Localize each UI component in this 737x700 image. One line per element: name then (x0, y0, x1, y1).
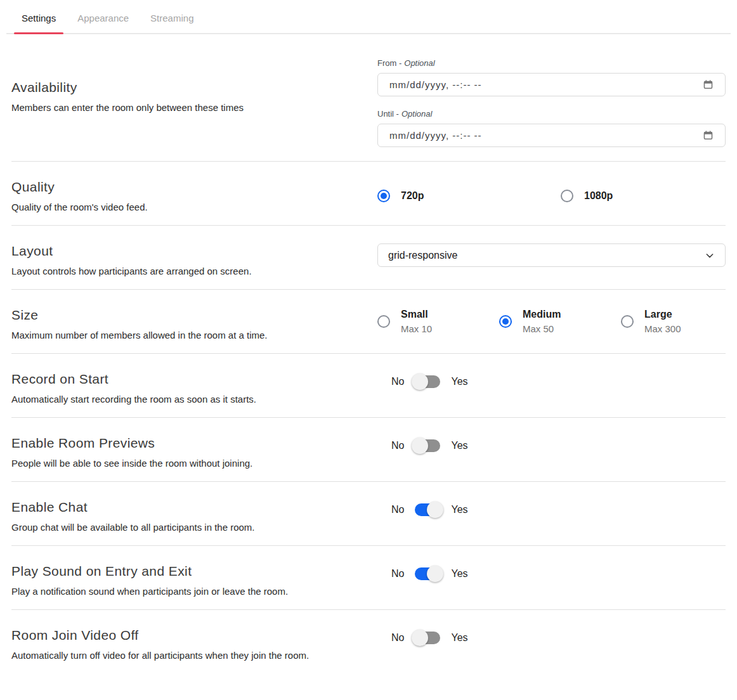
enable-chat-description: Group chat will be available to all part… (11, 522, 362, 533)
quality-1080p-label: 1080p (584, 190, 613, 202)
size-option-medium[interactable]: Medium Max 50 (499, 309, 621, 334)
quality-option-1080p[interactable]: 1080p (561, 190, 737, 202)
record-on-start-description: Automatically start recording the room a… (11, 394, 362, 405)
quality-title: Quality (11, 179, 362, 195)
radio-small[interactable] (377, 315, 390, 328)
section-availability: Availability Members can enter the room … (11, 34, 726, 161)
from-field-label: From -Optional (377, 58, 726, 68)
toggle-yes-label: Yes (451, 440, 467, 451)
play-sound-toggle[interactable] (415, 567, 440, 580)
from-datetime-input[interactable]: mm/dd/yyyy, --:-- -- (377, 73, 726, 96)
size-medium-sublabel: Max 50 (523, 323, 561, 334)
quality-description: Quality of the room's video feed. (11, 202, 362, 212)
layout-select[interactable]: grid-responsive (377, 243, 726, 267)
section-quality: Quality Quality of the room's video feed… (11, 161, 726, 225)
availability-description: Members can enter the room only between … (11, 102, 362, 113)
section-room-join-video-off: Room Join Video Off Automatically turn o… (11, 609, 726, 673)
size-large-sublabel: Max 300 (644, 323, 681, 334)
play-sound-title: Play Sound on Entry and Exit (11, 564, 362, 579)
enable-chat-title: Enable Chat (11, 500, 362, 515)
size-option-large[interactable]: Large Max 300 (621, 309, 737, 334)
size-option-small[interactable]: Small Max 10 (377, 309, 499, 334)
enable-room-previews-title: Enable Room Previews (11, 436, 362, 451)
radio-large[interactable] (621, 315, 634, 328)
toggle-yes-label: Yes (451, 376, 467, 387)
radio-720p[interactable] (377, 190, 390, 202)
size-medium-label: Medium (523, 309, 561, 320)
chevron-down-icon (705, 250, 715, 261)
settings-tabbar: Settings Appearance Streaming (6, 0, 731, 34)
from-optional-label: Optional (404, 58, 434, 68)
quality-720p-label: 720p (401, 190, 424, 202)
toggle-knob (412, 373, 428, 390)
from-calendar-icon[interactable] (703, 79, 714, 90)
size-title: Size (11, 308, 362, 323)
section-play-sound: Play Sound on Entry and Exit Play a noti… (11, 545, 726, 609)
section-record-on-start: Record on Start Automatically start reco… (11, 353, 726, 417)
toggle-no-label: No (391, 632, 404, 644)
until-datetime-input[interactable]: mm/dd/yyyy, --:-- -- (377, 124, 726, 147)
toggle-knob (427, 566, 443, 582)
room-join-video-off-toggle[interactable] (415, 632, 440, 644)
section-size: Size Maximum number of members allowed i… (11, 289, 726, 353)
toggle-yes-label: Yes (451, 504, 467, 515)
room-join-video-off-title: Room Join Video Off (11, 628, 362, 643)
quality-option-720p[interactable]: 720p (377, 190, 561, 202)
size-small-label: Small (401, 309, 432, 320)
until-datetime-placeholder: mm/dd/yyyy, --:-- -- (389, 130, 703, 141)
record-on-start-title: Record on Start (11, 372, 362, 387)
tab-appearance[interactable]: Appearance (77, 13, 129, 33)
from-datetime-placeholder: mm/dd/yyyy, --:-- -- (389, 79, 703, 90)
layout-selected-value: grid-responsive (388, 250, 705, 261)
enable-chat-toggle[interactable] (415, 503, 440, 516)
toggle-yes-label: Yes (451, 632, 467, 644)
toggle-knob (412, 630, 428, 646)
layout-description: Layout controls how participants are arr… (11, 266, 362, 276)
until-optional-label: Optional (401, 109, 432, 119)
radio-medium[interactable] (499, 315, 512, 328)
enable-room-previews-description: People will be able to see inside the ro… (11, 458, 362, 469)
tab-settings[interactable]: Settings (22, 13, 56, 33)
room-join-video-off-description: Automatically turn off video for all par… (11, 650, 362, 661)
toggle-no-label: No (391, 568, 404, 580)
section-layout: Layout Layout controls how participants … (11, 225, 726, 289)
availability-title: Availability (11, 80, 362, 95)
until-field-label: Until -Optional (377, 109, 726, 119)
record-on-start-toggle[interactable] (415, 375, 440, 388)
toggle-knob (427, 502, 443, 518)
section-enable-chat: Enable Chat Group chat will be available… (11, 481, 726, 545)
layout-title: Layout (11, 243, 362, 259)
play-sound-description: Play a notification sound when participa… (11, 586, 362, 597)
toggle-no-label: No (391, 376, 404, 387)
toggle-no-label: No (391, 504, 404, 515)
size-large-label: Large (644, 309, 681, 320)
toggle-knob (412, 438, 428, 454)
settings-panel: Availability Members can enter the room … (0, 34, 737, 673)
tab-streaming[interactable]: Streaming (150, 13, 193, 33)
radio-1080p[interactable] (561, 190, 573, 202)
enable-room-previews-toggle[interactable] (415, 439, 440, 452)
section-enable-room-previews: Enable Room Previews People will be able… (11, 417, 726, 481)
toggle-no-label: No (391, 440, 404, 451)
toggle-yes-label: Yes (451, 568, 467, 580)
size-description: Maximum number of members allowed in the… (11, 330, 362, 340)
size-small-sublabel: Max 10 (401, 323, 432, 334)
until-calendar-icon[interactable] (703, 130, 714, 141)
